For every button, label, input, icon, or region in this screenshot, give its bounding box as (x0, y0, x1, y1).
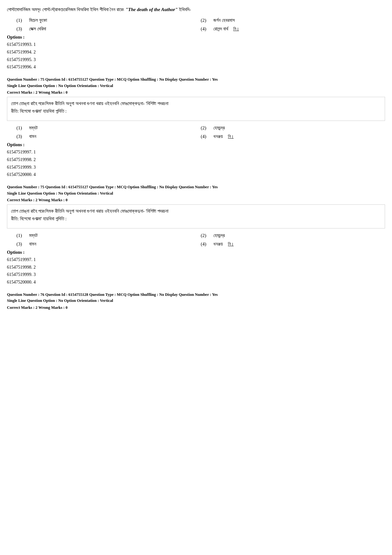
q75b-opt-list-2: 61547519998. 2 (7, 264, 385, 271)
q74-options-list: 61547519993. 1 61547519994. 2 6154751999… (7, 41, 385, 71)
q75b-options-grid: (1) মম্যট (2) হেমচন্দ্র (3) বামন (4) ধনঞ… (16, 233, 385, 247)
q75-opt1-text: মম্যট (29, 125, 38, 131)
q75b-opt-list-4: 61547520000. 4 (7, 278, 385, 286)
q74-opt-list-4: 61547519996. 4 (7, 63, 385, 71)
q75-meta-line2: Single Line Question Option : No Option … (7, 83, 385, 89)
q74-option-2: (2) জর্গন হেবরমাস (201, 18, 385, 23)
q75b-options-label: Options : (7, 250, 385, 255)
q75-opt3-text: বামন (29, 134, 36, 139)
intro-suffix: ইথিবদি- (179, 7, 191, 12)
q75b-meta-line1: Question Number : 75 Question Id : 61547… (7, 184, 385, 190)
q74-opt-list-1: 61547519993. 1 (7, 41, 385, 48)
q75-q-line1: তোপ তোঙ্না ৱাহৈ পরেংসিমক রীতিনি অনুগা অখ… (11, 101, 168, 106)
q75-question-text: তোপ তোঙ্না ৱাহৈ পরেংসিমক রীতিনি অনুগা অখ… (11, 100, 381, 115)
q76-meta-line2: Single Line Question Option : No Option … (7, 298, 385, 304)
q75b-question-text: তোপ তোঙ্না ৱাহৈ পরেংসিমক রীতিনি অনুগা অখ… (11, 207, 381, 222)
q75b-q-line2: রীতি: বিশেষো গুণাত্মা' হায়থিবা পন্দিতি … (11, 216, 67, 221)
q75b-opt2-text: হেমচন্দ্র (213, 233, 225, 238)
q75-option-4: (4) ধনঞ্জয় নি। (201, 134, 385, 139)
q75b-opt4-num: (4) (201, 241, 210, 247)
q76-meta: Question Number : 76 Question Id : 61547… (7, 292, 385, 304)
q74-opt1-text: মিচেল ফুকো (29, 18, 47, 23)
q75b-options-section: Options : 61547519997. 1 61547519998. 2 … (7, 250, 385, 286)
q74-option-3: (3) জেক্স দেরিদা (16, 26, 201, 32)
intro-paragraph: পোস্টমোদার্নিজম অমসৃং পোস্ট-স্ট্রাকচেরেল… (7, 6, 385, 13)
q75-answer-tag: নি। (228, 134, 234, 139)
q75b-correct-marks: Correct Marks : 2 Wrong Marks : 0 (7, 198, 385, 203)
q75-option-3: (3) বামন (16, 134, 201, 139)
q75b-opt1-text: মম্যট (29, 233, 38, 238)
intro-quote: "The death of the Author" (126, 7, 178, 12)
q75-opt2-text: হেমচন্দ্র (213, 125, 225, 131)
q75-opt4-text: ধনঞ্জয় (213, 134, 223, 139)
q75-opt1-num: (1) (16, 125, 25, 131)
q75b-answer-tag: নি। (228, 242, 234, 247)
q75b-options-list: 61547519997. 1 61547519998. 2 6154751999… (7, 256, 385, 286)
q75-options-list: 61547519997. 1 61547519998. 2 6154751999… (7, 148, 385, 178)
q76-meta-line1: Question Number : 76 Question Id : 61547… (7, 292, 385, 298)
q74-opt2-num: (2) (201, 18, 210, 23)
q74-opt3-text: জেক্স দেরিদা (29, 26, 46, 32)
q75b-opt1-num: (1) (16, 233, 25, 238)
q75b-option-3: (3) বামন (16, 241, 201, 247)
q74-opt4-text: রোলন্দ বার্থ (213, 26, 228, 32)
q74-opt3-num: (3) (16, 26, 25, 32)
q75b-opt3-text: বামন (29, 241, 36, 247)
q75b-option-1: (1) মম্যট (16, 233, 201, 238)
q75b-option-2: (2) হেমচন্দ্র (201, 233, 385, 238)
q75b-opt-list-1: 61547519997. 1 (7, 256, 385, 264)
q75-options-grid: (1) মম্যট (2) হেমচন্দ্র (3) বামন (4) ধনঞ… (16, 125, 385, 139)
q74-options-label: Options : (7, 35, 385, 40)
intro-text: পোস্টমোদার্নিজম অমসৃং পোস্ট-স্ট্রাকচেরেল… (7, 7, 124, 12)
q75-opt-list-4: 61547520000. 4 (7, 171, 385, 178)
q74-opt2-text: জর্গন হেবরমাস (213, 18, 235, 23)
q75-opt3-num: (3) (16, 134, 25, 139)
q74-options-grid: (1) মিচেল ফুকো (2) জর্গন হেবরমাস (3) জেক… (16, 18, 385, 32)
q75b-meta-line2: Single Line Question Option : No Option … (7, 190, 385, 196)
q75-opt4-num: (4) (201, 134, 210, 139)
q75-option-2: (2) হেমচন্দ্র (201, 125, 385, 131)
q75-options-section: Options : 61547519997. 1 61547519998. 2 … (7, 142, 385, 178)
q75-opt-list-1: 61547519997. 1 (7, 148, 385, 156)
q75b-q-line1: তোপ তোঙ্না ৱাহৈ পরেংসিমক রীতিনি অনুগা অখ… (11, 209, 168, 214)
q75-option-1: (1) মম্যট (16, 125, 201, 131)
q75-opt-list-3: 61547519999. 3 (7, 164, 385, 171)
q74-opt1-num: (1) (16, 18, 25, 23)
q75-q-line2: রীতি: বিশেষো গুণাত্মা' হায়থিবা পন্দিতি … (11, 109, 67, 114)
q75-opt2-num: (2) (201, 125, 210, 131)
q75b-meta: Question Number : 75 Question Id : 61547… (7, 184, 385, 196)
q75-meta: Question Number : 75 Question Id : 61547… (7, 77, 385, 89)
q75b-question-box: তোপ তোঙ্না ৱাহৈ পরেংসিমক রীতিনি অনুগা অখ… (7, 204, 385, 228)
q75-options-label: Options : (7, 142, 385, 147)
q75b-opt-list-3: 61547519999. 3 (7, 271, 385, 278)
q74-option-4: (4) রোলন্দ বার্থ নি। (201, 26, 385, 32)
q76-correct-marks: Correct Marks : 2 Wrong Marks : 0 (7, 305, 385, 310)
q74-options-section: Options : 61547519993. 1 61547519994. 2 … (7, 35, 385, 71)
q74-option-1: (1) মিচেল ফুকো (16, 18, 201, 23)
q75-meta-line1: Question Number : 75 Question Id : 61547… (7, 77, 385, 83)
q75b-opt2-num: (2) (201, 233, 210, 238)
q74-opt-list-3: 61547519995. 3 (7, 56, 385, 64)
q75-correct-marks: Correct Marks : 2 Wrong Marks : 0 (7, 90, 385, 95)
q74-opt4-num: (4) (201, 26, 210, 32)
q75-opt-list-2: 61547519998. 2 (7, 156, 385, 164)
q75b-opt4-text: ধনঞ্জয় (213, 241, 223, 247)
q74-opt-list-2: 61547519994. 2 (7, 48, 385, 56)
q75b-opt3-num: (3) (16, 241, 25, 247)
q74-answer-tag: নি। (233, 27, 239, 32)
q75b-option-4: (4) ধনঞ্জয় নি। (201, 241, 385, 247)
q75-question-box: তোপ তোঙ্না ৱাহৈ পরেংসিমক রীতিনি অনুগা অখ… (7, 97, 385, 121)
